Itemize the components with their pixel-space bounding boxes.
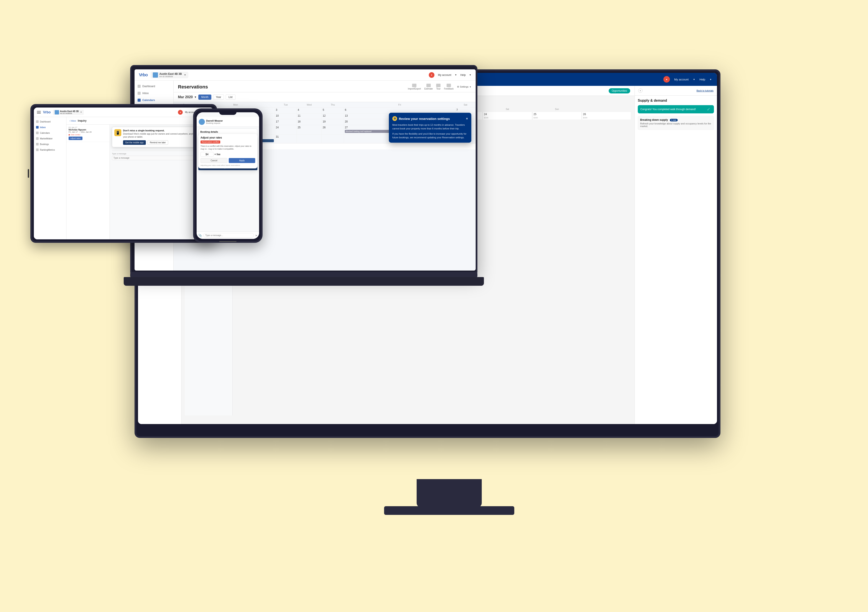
vrbo-cal-cell-26[interactable]: 26 — [322, 125, 344, 134]
vrbo-cal-cell-31[interactable]: 31 — [275, 134, 297, 143]
phone-popup-cancel-button[interactable]: Cancel — [200, 158, 228, 163]
tablet-inbox-item-date: Fri Jan 17 — [68, 127, 107, 128]
vrbo-sidebar-item-dashboard[interactable]: Dashboard — [135, 83, 174, 90]
phone-body: Darrell Weaver Booking request Adjust yo… — [193, 108, 263, 243]
tablet-container: Vrbo Austin East 4B 3B HA-ID 0938508 ▼ ●… — [30, 104, 217, 243]
vrbo-sidebar-item-inbox[interactable]: Inbox — [135, 90, 174, 97]
vrbo-cal-cell-24[interactable]: 24 — [275, 125, 297, 134]
ha-supply-title: Supply & demand — [638, 99, 714, 102]
phone-popup-text: There is a conflict with this reservatio… — [200, 145, 255, 150]
phone-contact-info: Darrell Weaver Booking request — [206, 119, 223, 124]
phone-message-input[interactable] — [203, 233, 254, 238]
vrbo-res-settings-title: ⚙ Review your reservation settings × — [392, 116, 468, 121]
tablet-content: ‹ Inbox Inquiry Fri Jan 17 Nicholas Nguy… — [67, 117, 214, 240]
phone-screen-content: Darrell Weaver Booking request Adjust yo… — [197, 112, 259, 239]
vrbo-tool-feedback[interactable]: Feedback — [444, 84, 454, 90]
ha-breaking-badge: 3 min — [670, 119, 678, 121]
phone-adjust-popup: Adjust your rates Reservation conflict T… — [198, 134, 257, 168]
vrbo-cal-cell-19[interactable]: 19 — [322, 119, 344, 125]
tablet-bookings-icon — [36, 143, 39, 145]
phone-header: Darrell Weaver Booking request — [197, 117, 259, 127]
tablet-popup-btn-secondary[interactable]: Remind me later — [147, 140, 168, 145]
ha-day-header-extra — [582, 107, 631, 111]
tablet-sidebar-item-bookings[interactable]: Bookings — [34, 141, 66, 147]
phone-booking-title: Booking details — [200, 130, 256, 133]
tablet-adjust-button[interactable]: Adjust rates — [68, 137, 82, 140]
vrbo-prop-text: Austin East 4B 3B HA-ID 0938508 — [159, 73, 181, 77]
ha-cal-date-25[interactable]: 25$340 — [533, 112, 581, 120]
tablet-sidebar-item-rankingmetrics[interactable]: RankingMetrics — [34, 147, 66, 153]
vrbo-cal-cell-25[interactable]: 25 — [297, 125, 322, 134]
vrbo-month-row: Mar 2020 ▼ Month Year List — [174, 92, 476, 102]
monitor-stand — [417, 479, 482, 507]
vrbo-cal-cell-18[interactable]: 18 — [297, 119, 322, 125]
tablet-notif-dot[interactable]: ● — [178, 110, 183, 115]
vrbo-view-month[interactable]: Month — [198, 94, 211, 100]
vrbo-tool-importexport[interactable]: Import/Export — [408, 84, 421, 90]
ha-back-link[interactable]: Back to tutorials — [697, 89, 713, 92]
tablet-sidebar-item-inbox[interactable]: Inbox — [34, 124, 66, 130]
tablet-dashboard-icon — [36, 120, 39, 123]
vrbo-settings-close-button[interactable]: × — [466, 117, 468, 120]
phone-popup-save-button[interactable]: Apply — [229, 158, 255, 163]
phone-popup-status: Reservation conflict — [200, 141, 220, 144]
vrbo-view-year[interactable]: Year — [213, 94, 224, 100]
vrbo-cal-cell-4[interactable]: 4 — [297, 108, 322, 113]
vrbo-cal-cell-12[interactable]: 12 — [322, 113, 344, 119]
vrbo-cal-cell-3[interactable]: 3 — [275, 108, 297, 113]
tablet-rankingmetrics-icon — [36, 148, 39, 151]
vrbo-cal-cell-10[interactable]: 10 — [275, 113, 297, 119]
tablet-inbox-item[interactable]: Fri Jan 17 Nicholas Nguyen Fri, Jan 17 →… — [67, 125, 110, 142]
ha-day-header-sun: Sun — [533, 107, 581, 111]
tablet-sidebar-item-calendars[interactable]: Calendars — [34, 130, 66, 136]
vrbo-help[interactable]: Help — [460, 74, 466, 77]
vrbo-view-list[interactable]: List — [226, 94, 236, 100]
tablet-sidebar-item-marketmaker[interactable]: MarketMaker — [34, 136, 66, 141]
vrbo-res-settings-popup: ⚙ Review your reservation settings × Mos… — [389, 113, 471, 143]
vrbo-settings-btn[interactable]: ⚙ Settings ▼ — [457, 85, 471, 88]
vrbo-day-header-sat: Sat — [456, 102, 476, 108]
tablet-screen: Vrbo Austin East 4B 3B HA-ID 0938508 ▼ ●… — [34, 108, 214, 240]
tablet-home-button[interactable] — [28, 169, 29, 178]
tablet-status-text: Date conflict — [71, 134, 80, 136]
phone-input-bar: 📎 ➤ — [197, 232, 259, 239]
vrbo-cal-cell-17[interactable]: 17 — [275, 119, 297, 125]
tablet-menu-icon[interactable] — [37, 111, 41, 114]
vrbo-month-label: Mar 2020 ▼ — [178, 95, 197, 99]
phone-contact-sub: Booking request — [206, 122, 223, 124]
phone-send-icon[interactable]: ➤ — [255, 234, 257, 237]
phone-attach-icon[interactable]: 📎 — [198, 234, 202, 237]
ha-help[interactable]: Help — [699, 78, 705, 81]
vrbo-sidebar-item-calendars[interactable]: Calendars — [135, 97, 174, 104]
ha-breaking-box[interactable]: Breaking down supply 3 min Refresh your … — [638, 116, 714, 130]
vrbo-cal-cell-6[interactable]: 6 — [344, 108, 456, 113]
estimate-icon — [426, 84, 431, 87]
phone-home-button[interactable] — [219, 241, 237, 242]
vrbo-notification-dot[interactable]: ● — [429, 72, 434, 78]
vrbo-cal-cell-5[interactable]: 5 — [322, 108, 344, 113]
tablet-prop-thumbnail — [55, 110, 59, 114]
tablet-inbox-label: Inquiry — [78, 119, 87, 122]
vrbo-tool-tour[interactable]: Tour — [436, 84, 440, 90]
tablet-popup-btn-primary[interactable]: Get the mobile app — [123, 140, 146, 145]
phone-price-input[interactable] — [200, 152, 214, 157]
tablet-main-content: Dashboard Inbox Calendars MarketMak — [34, 117, 214, 240]
vrbo-tool-estimate[interactable]: Estimate — [424, 84, 433, 90]
ha-opportunities-button[interactable]: Opportunities — [609, 88, 630, 93]
ha-notification-dot[interactable]: ● — [663, 76, 670, 83]
ha-close-button[interactable]: × — [638, 88, 643, 93]
tablet-sidebar-item-dashboard[interactable]: Dashboard — [34, 119, 66, 124]
vrbo-my-account[interactable]: My account — [438, 74, 451, 77]
vrbo-cal-cell-7[interactable]: 7 — [456, 108, 476, 113]
ha-my-account[interactable]: My account — [674, 78, 688, 81]
phone-contact-name: Darrell Weaver — [206, 119, 223, 122]
vrbo-cal-cell-11[interactable]: 11 — [297, 113, 322, 119]
vrbo-topbar: Vrbo Austin East 4B 3B HA-ID 0938508 ▼ ●… — [135, 70, 476, 80]
tablet-back-button[interactable]: ‹ Inbox — [70, 120, 76, 122]
vrbo-sidebar-label-calendars: Calendars — [143, 99, 155, 102]
ha-cal-date-24[interactable]: 24$345 — [483, 112, 532, 120]
tablet-calendars-icon — [36, 131, 39, 134]
tablet-prop-chip[interactable]: Austin East 4B 3B HA-ID 0938508 ▼ — [53, 110, 84, 115]
vrbo-prop-chip[interactable]: Austin East 4B 3B HA-ID 0938508 ▼ — [150, 72, 188, 78]
ha-cal-date-26[interactable]: 26$300 — [582, 112, 631, 120]
